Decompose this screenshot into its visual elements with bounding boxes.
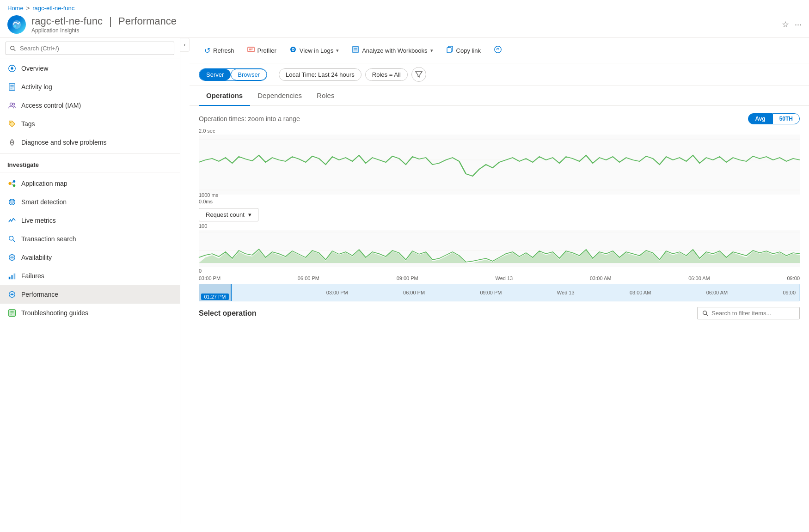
svg-rect-28	[11, 275, 13, 279]
time-axis-1: 03:00 PM 06:00 PM 09:00 PM Wed 13 03:00 …	[199, 275, 800, 282]
sidebar-item-tags[interactable]: Tags	[0, 115, 180, 133]
svg-rect-53	[199, 135, 800, 195]
more-icon[interactable]: ···	[795, 20, 802, 30]
svg-marker-52	[416, 72, 422, 77]
investigate-section-label: Investigate	[0, 156, 180, 170]
live-metrics-icon	[7, 216, 17, 225]
svg-point-51	[498, 49, 499, 50]
sidebar-collapse-button[interactable]: ‹	[180, 38, 190, 52]
zoom-handle[interactable]: 01:27 PM	[199, 284, 232, 301]
copy-link-icon	[446, 46, 454, 55]
sidebar-item-access-control[interactable]: Access control (IAM)	[0, 96, 180, 115]
refresh-button[interactable]: ↺ Refresh	[199, 43, 240, 58]
title-block: ragc-etl-ne-func | Performance Applicati…	[31, 15, 776, 34]
svg-point-42	[292, 49, 294, 50]
time-label-0: 03:00 PM	[199, 275, 221, 281]
sidebar-nav: Overview Activity log	[0, 59, 180, 524]
view-in-logs-button[interactable]: View in Logs ▾	[284, 43, 344, 58]
svg-point-12	[10, 122, 12, 123]
svg-rect-48	[447, 48, 451, 53]
activity-log-icon	[7, 82, 17, 92]
search-filter-container[interactable]	[697, 307, 800, 319]
performance-chart-container: 2.0 sec 1000 ms 0.0ms	[199, 128, 800, 204]
main-content: ↺ Refresh Profiler	[190, 38, 809, 524]
analyze-workbooks-button[interactable]: Analyze with Workbooks ▾	[346, 43, 438, 58]
svg-point-31	[11, 294, 13, 295]
feedback-icon	[494, 45, 502, 55]
request-dropdown-arrow: ▾	[248, 211, 251, 218]
tab-dependencies[interactable]: Dependencies	[250, 86, 309, 106]
chart-controls: Avg 50TH	[748, 113, 800, 124]
svg-line-23	[13, 200, 14, 201]
breadcrumb-sep: >	[26, 5, 30, 12]
copy-link-button[interactable]: Copy link	[441, 43, 486, 58]
breadcrumb-home[interactable]: Home	[7, 5, 24, 12]
profiler-icon	[247, 46, 255, 55]
svg-line-25	[13, 240, 15, 242]
zoom-bar[interactable]: 01:27 PM ↺ 03:00 PM 06:00 PM 09:00 PM We…	[199, 284, 800, 301]
time-range-dropdown[interactable]: Local Time: Last 24 hours	[279, 68, 362, 81]
view-logs-arrow: ▾	[336, 48, 339, 54]
sidebar-item-transaction-search-label: Transaction search	[21, 235, 76, 243]
analyze-workbooks-icon	[352, 46, 359, 55]
browser-filter-button[interactable]: Browser	[231, 69, 267, 80]
sidebar-item-activity-log[interactable]: Activity log	[0, 78, 180, 96]
sidebar-item-transaction-search[interactable]: Transaction search	[0, 230, 180, 248]
tab-operations[interactable]: Operations	[199, 86, 250, 106]
server-filter-button[interactable]: Server	[199, 69, 231, 80]
transaction-search-icon	[7, 234, 17, 244]
svg-point-10	[10, 103, 12, 105]
roles-dropdown[interactable]: Roles = All	[365, 68, 408, 81]
page-header: ragc-etl-ne-func | Performance Applicati…	[0, 13, 809, 38]
breadcrumb-current[interactable]: ragc-etl-ne-func	[32, 5, 74, 12]
tab-roles[interactable]: Roles	[309, 86, 342, 106]
y-axis-bottom: 0.0ms	[199, 199, 800, 204]
svg-point-15	[9, 182, 11, 184]
feedback-button[interactable]	[488, 43, 508, 58]
profiler-button[interactable]: Profiler	[242, 43, 282, 58]
svg-line-18	[11, 182, 13, 183]
svg-line-19	[11, 184, 13, 185]
avg-button[interactable]: Avg	[748, 113, 772, 124]
tabs: Operations Dependencies Roles	[190, 86, 809, 106]
sidebar-item-performance[interactable]: Performance	[0, 285, 180, 304]
performance-chart[interactable]	[199, 135, 800, 195]
select-operation-header: Select operation	[199, 307, 800, 319]
nav-divider-1	[0, 153, 180, 154]
diagnose-icon	[7, 138, 17, 147]
search-filter-input[interactable]	[711, 310, 795, 317]
nav-divider-2	[0, 172, 180, 172]
zoom-handle-label: 01:27 PM	[201, 294, 228, 300]
time-label-6: 09:00	[787, 275, 800, 281]
select-operation-title: Select operation	[199, 309, 256, 318]
percentile-button[interactable]: 50TH	[772, 113, 800, 124]
request-count-chart[interactable]	[199, 230, 800, 267]
sidebar-item-troubleshooting[interactable]: Troubleshooting guides	[0, 304, 180, 322]
view-in-logs-icon	[289, 46, 297, 55]
access-control-icon	[7, 101, 17, 110]
sidebar-item-failures[interactable]: Failures	[0, 267, 180, 285]
filter-separator	[273, 69, 273, 80]
tags-icon	[7, 119, 17, 128]
sidebar-item-availability[interactable]: Availability	[0, 248, 180, 267]
sidebar-item-diagnose[interactable]: Diagnose and solve problems	[0, 133, 180, 152]
request-y-bottom: 0	[199, 268, 800, 274]
sidebar-item-live-metrics[interactable]: Live metrics	[0, 211, 180, 230]
svg-point-21	[11, 201, 13, 203]
app-layout: Overview Activity log	[0, 38, 809, 524]
breadcrumb: Home > ragc-etl-ne-func	[0, 0, 809, 13]
pin-icon[interactable]: ☆	[782, 19, 789, 30]
y-axis-top: 2.0 sec	[199, 128, 800, 134]
svg-point-24	[9, 236, 13, 240]
sidebar-item-smart-detection[interactable]: Smart detection	[0, 193, 180, 211]
sidebar-item-application-map-label: Application map	[21, 180, 67, 187]
sidebar-item-application-map[interactable]: Application map	[0, 174, 180, 193]
svg-point-49	[495, 46, 501, 53]
sidebar-item-performance-label: Performance	[21, 291, 58, 298]
filter-advanced-button[interactable]	[411, 67, 426, 82]
chart-title: Operation times: zoom into a range	[199, 115, 300, 122]
search-input[interactable]	[6, 42, 174, 55]
request-count-dropdown[interactable]: Request count ▾	[199, 208, 258, 221]
sidebar-item-overview[interactable]: Overview	[0, 59, 180, 78]
time-label-4: 03:00 AM	[590, 275, 611, 281]
